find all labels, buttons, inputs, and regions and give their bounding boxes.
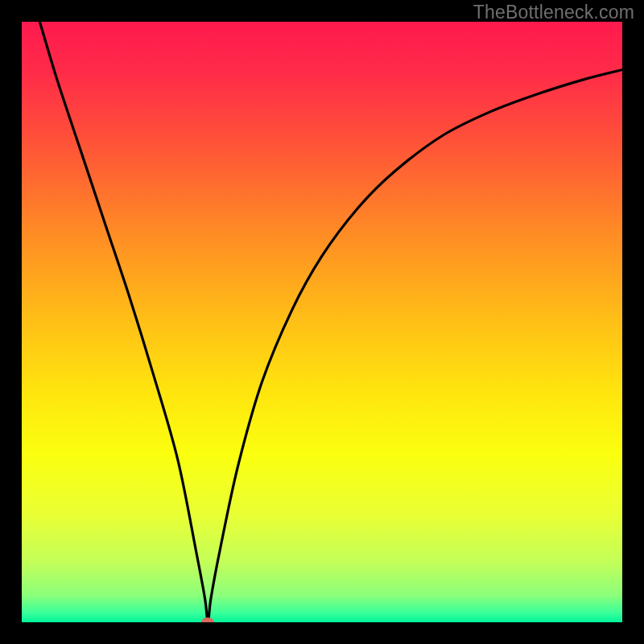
optimum-marker (201, 617, 214, 622)
watermark-text: TheBottleneck.com (473, 2, 634, 23)
bottleneck-curve (22, 22, 622, 622)
plot-area (22, 22, 622, 622)
